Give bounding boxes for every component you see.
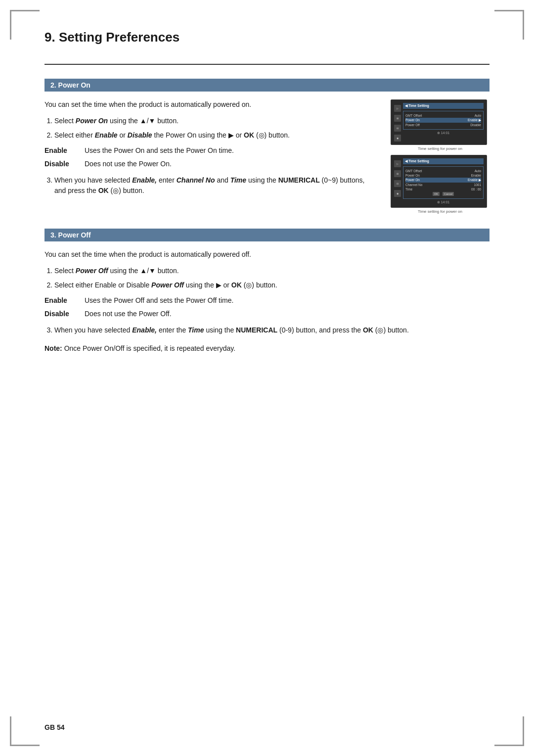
screen2-gmt-label: GMT Offset xyxy=(405,169,422,173)
power-on-step-3: When you have selected Enable, enter Cha… xyxy=(54,175,376,196)
screen2-poweron-value: Enable xyxy=(471,174,481,177)
power-off-enable-desc: Uses the Power Off and sets the Power Of… xyxy=(85,295,490,306)
screen2-icon1: ▷ xyxy=(394,160,401,167)
screen1-main: ◀ Time Setting GMT Offset Auto Power On … xyxy=(403,103,484,142)
screen2-row-poweron: Power On Enable xyxy=(405,173,481,178)
power-on-step3-channelno: Channel No xyxy=(177,176,215,184)
screen1-row-poweron: Power On Enable ▶ xyxy=(405,118,481,123)
screen2-gmt-value: Auto xyxy=(475,169,481,173)
screen1-gmt-value: Auto xyxy=(475,114,481,117)
section-power-on: 2. Power On You can set the time when th… xyxy=(44,79,490,214)
power-off-enable-label: Enable xyxy=(44,295,77,306)
screen1-poweron-label: Power On xyxy=(405,118,420,122)
power-on-term-disable: Disable Does not use the Power On. xyxy=(44,159,376,169)
screen1-icon2: ⊞ xyxy=(394,115,401,122)
screen2-main: ◀ Time Setting GMT Offset Auto Power On … xyxy=(403,158,484,204)
screen1-display: ▷ ⊞ ⊟ ◉ ◀ Time Setting GMT Offset xyxy=(391,99,487,145)
power-on-step2-ok: OK xyxy=(244,131,254,139)
power-off-step2-bold: Power Off xyxy=(151,281,184,289)
screen2-row-buttons: OK Cancel xyxy=(405,191,481,196)
power-on-step-2: Select either Enable or Disable the Powe… xyxy=(54,130,376,141)
screen2-row-channel: Channel No 1001 xyxy=(405,183,481,187)
screen1-poweroff-label: Power Off xyxy=(405,123,420,127)
screen2-icon2: ⊞ xyxy=(394,170,401,177)
power-off-steps: Select Power Off using the ▲/▼ button. S… xyxy=(54,266,490,290)
screen2-channel-value: 1001 xyxy=(474,183,481,187)
screen2-time-label: Time xyxy=(405,188,412,191)
power-on-step3-numerical: NUMERICAL xyxy=(278,176,320,184)
power-on-step3-list: When you have selected Enable, enter Cha… xyxy=(54,175,376,196)
section-power-on-header: 2. Power On xyxy=(44,79,490,92)
power-on-enable-desc: Uses the Power On and sets the Power On … xyxy=(85,145,376,156)
power-on-disable-label: Disable xyxy=(44,159,77,169)
power-off-note: Note: Once Power On/Off is specified, it… xyxy=(44,343,490,354)
power-off-step-3: When you have selected Enable, enter the… xyxy=(54,325,490,335)
section-power-off-header: 3. Power Off xyxy=(44,229,490,241)
corner-tl-decoration xyxy=(10,10,40,40)
power-on-steps: Select Power On using the ▲/▼ button. Se… xyxy=(54,116,376,141)
section-power-on-content: You can set the time when the product is… xyxy=(44,99,490,214)
screen2-icon4: ◉ xyxy=(394,190,401,197)
corner-br-decoration xyxy=(494,716,524,746)
screen2-row-time: Time 00 : 00 xyxy=(405,187,481,191)
page-footer: GB 54 xyxy=(44,723,64,731)
screen2-row-gmt: GMT Offset Auto xyxy=(405,169,481,173)
section-power-on-images: ▷ ⊞ ⊟ ◉ ◀ Time Setting GMT Offset xyxy=(391,99,490,214)
power-on-term-enable: Enable Uses the Power On and sets the Po… xyxy=(44,145,376,156)
screen2-info-box: GMT Offset Auto Power On Enable Power On xyxy=(403,166,484,199)
title-rule xyxy=(44,64,490,65)
screen1-gmt-label: GMT Offset xyxy=(405,114,422,117)
power-off-step3-list: When you have selected Enable, enter the… xyxy=(54,325,490,335)
power-off-intro: You can set the time when the product is… xyxy=(44,249,490,260)
power-on-step3-ok: OK xyxy=(98,187,109,194)
power-off-step-2: Select either Enable or Disable Power Of… xyxy=(54,280,490,290)
power-on-step3-enable: Enable, xyxy=(132,176,157,184)
power-off-step1-bold: Power Off xyxy=(76,267,108,275)
screen2-display: ▷ ⊞ ⊟ ◉ ◀ Time Setting GMT Offset xyxy=(391,155,487,208)
power-on-step2-disable: Disable xyxy=(128,131,152,139)
power-off-step2-ok: OK xyxy=(231,281,242,289)
screen2-clock: ⊕ 14:01 xyxy=(403,200,484,204)
screen2-channel-label: Channel No xyxy=(405,183,422,187)
screen2-time-value: 00 : 00 xyxy=(471,188,481,191)
screen1-row-gmt: GMT Offset Auto xyxy=(405,113,481,118)
screen1-icon1: ▷ xyxy=(394,105,401,112)
screen1-icon4: ◉ xyxy=(394,135,401,142)
power-off-disable-label: Disable xyxy=(44,309,77,319)
screen1-poweroff-value: Disable xyxy=(470,123,481,127)
power-on-step3-time: Time xyxy=(230,176,246,184)
power-off-disable-desc: Does not use the Power Off. xyxy=(85,309,490,319)
power-off-term-disable: Disable Does not use the Power Off. xyxy=(44,309,490,319)
chapter-title: 9. Setting Preferences xyxy=(44,30,490,49)
screen2-title: ◀ Time Setting xyxy=(403,158,484,164)
power-on-disable-desc: Does not use the Power On. xyxy=(85,159,376,169)
screen1-clock: ⊕ 14:01 xyxy=(403,131,484,135)
screen2-poweron-sub-label: Power On xyxy=(405,178,420,182)
screen1-title: ◀ Time Setting xyxy=(403,103,484,109)
section-power-off: 3. Power Off You can set the time when t… xyxy=(44,229,490,354)
screen1-info-box: GMT Offset Auto Power On Enable ▶ Power … xyxy=(403,111,484,130)
screen2-left-icons: ▷ ⊞ ⊟ ◉ xyxy=(394,158,401,204)
screen1-caption: Time setting for power on xyxy=(391,146,490,151)
power-on-step1-bold: Power On xyxy=(76,117,108,125)
power-off-term-enable: Enable Uses the Power Off and sets the P… xyxy=(44,295,490,306)
section-power-off-text: You can set the time when the product is… xyxy=(44,249,490,354)
screen1-poweron-value: Enable ▶ xyxy=(468,118,481,122)
screen2-row-poweron-sub: Power On Enable ▶ xyxy=(405,178,481,183)
power-off-step3-ok: OK xyxy=(363,326,373,334)
screen2-inner: ▷ ⊞ ⊟ ◉ ◀ Time Setting GMT Offset xyxy=(394,158,484,204)
power-off-step-1: Select Power Off using the ▲/▼ button. xyxy=(54,266,490,276)
screen2-caption: Time setting for power on xyxy=(391,209,490,214)
power-off-step3-time: Time xyxy=(188,326,204,334)
screen2-icon3: ⊟ xyxy=(394,180,401,187)
screen1-icon3: ⊟ xyxy=(394,125,401,132)
power-off-step3-enable: Enable, xyxy=(132,326,157,334)
screen-mockup-2: ▷ ⊞ ⊟ ◉ ◀ Time Setting GMT Offset xyxy=(391,155,490,214)
corner-tr-decoration xyxy=(494,10,524,40)
power-off-term-table: Enable Uses the Power Off and sets the P… xyxy=(44,295,490,319)
power-off-step3-numerical: NUMERICAL xyxy=(236,326,277,334)
screen1-row-poweroff: Power Off Disable xyxy=(405,123,481,127)
screen2-cancel-btn: Cancel xyxy=(443,192,454,196)
screen1-inner: ▷ ⊞ ⊟ ◉ ◀ Time Setting GMT Offset xyxy=(394,103,484,142)
note-label: Note: xyxy=(44,344,62,352)
